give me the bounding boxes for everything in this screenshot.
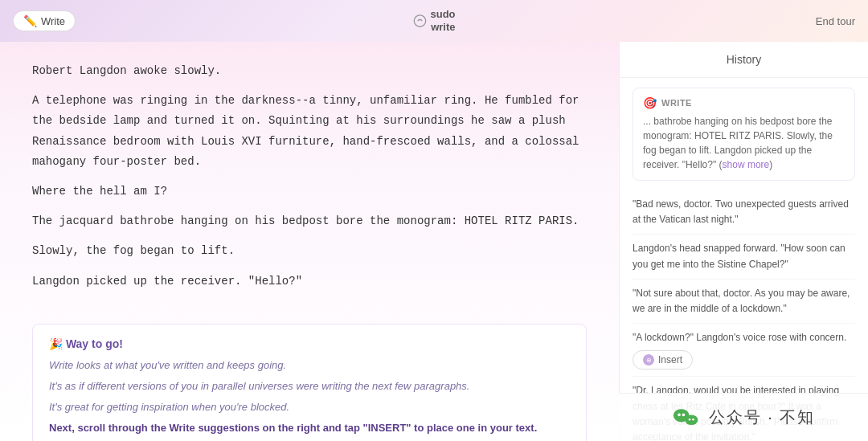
tour-line-2: It's as if different versions of you in … xyxy=(49,378,570,395)
logo-sudo: sudo xyxy=(430,8,455,21)
history-item-3: "A lockdown?" Langdon's voice rose with … xyxy=(633,324,855,377)
story-para-5: Slowly, the fog began to lift. xyxy=(32,241,587,261)
insert-icon-1: ⊕ xyxy=(643,354,654,365)
write-card-emoji: 🎯 xyxy=(643,96,657,109)
story-para-4: The jacquard bathrobe hanging on his bed… xyxy=(32,211,587,231)
story-text: Robert Langdon awoke slowly. A telephone… xyxy=(32,61,587,292)
tour-title: 🎉 Way to go! xyxy=(49,337,570,350)
app-logo: sudo write xyxy=(412,8,455,33)
write-card-text: ... bathrobe hanging on his bedpost bore… xyxy=(643,114,845,172)
story-para-3: Where the hell am I? xyxy=(32,182,587,202)
history-item-1: Langdon's head snapped forward. "How soo… xyxy=(633,235,855,279)
end-tour-button[interactable]: End tour xyxy=(816,15,855,27)
history-item-2: "Not sure about that, doctor. As you may… xyxy=(633,280,855,324)
svg-point-0 xyxy=(414,15,425,27)
wechat-icon xyxy=(672,403,701,432)
show-more-link[interactable]: show more xyxy=(723,159,770,170)
history-header: History xyxy=(620,42,868,78)
svg-point-3 xyxy=(682,413,685,416)
left-panel: Robert Langdon awoke slowly. A telephone… xyxy=(0,42,619,441)
main-container: Robert Langdon awoke slowly. A telephone… xyxy=(0,42,868,441)
watermark-text: 公众号 · 不知 xyxy=(709,406,816,428)
write-button-label: Write xyxy=(41,15,65,27)
tour-box: 🎉 Way to go! Write looks at what you've … xyxy=(32,324,587,441)
story-para-2: A telephone was ringing in the darkness-… xyxy=(32,91,587,172)
logo-icon xyxy=(412,14,427,28)
story-para-1: Robert Langdon awoke slowly. xyxy=(32,61,587,81)
svg-point-4 xyxy=(685,414,698,425)
tour-line-1: Write looks at what you've written and k… xyxy=(49,357,570,374)
svg-point-2 xyxy=(678,413,681,416)
app-header: ✏️ Write sudo write End tour xyxy=(0,0,868,42)
history-title: History xyxy=(727,53,762,66)
divider xyxy=(32,301,587,317)
tour-line-3: It's great for getting inspiration when … xyxy=(49,398,570,416)
right-panel: History 🎯 WRITE ... bathrobe hanging on … xyxy=(619,42,868,441)
write-badge: WRITE xyxy=(661,98,692,108)
write-card-header: 🎯 WRITE xyxy=(643,96,845,109)
tour-line-4: Next, scroll through the Write suggestio… xyxy=(49,419,570,437)
pen-icon: ✏️ xyxy=(23,14,37,27)
tour-description: Write looks at what you've written and k… xyxy=(49,357,570,437)
write-button[interactable]: ✏️ Write xyxy=(13,10,76,31)
history-content[interactable]: 🎯 WRITE ... bathrobe hanging on his bedp… xyxy=(620,78,868,441)
story-para-6: Langdon picked up the receiver. "Hello?" xyxy=(32,272,587,292)
logo-write: write xyxy=(430,21,455,34)
history-item-0: "Bad news, doctor. Two unexpected guests… xyxy=(633,190,855,235)
insert-button-1[interactable]: ⊕ Insert xyxy=(633,350,693,370)
svg-point-6 xyxy=(692,418,694,420)
write-card: 🎯 WRITE ... bathrobe hanging on his bedp… xyxy=(633,88,855,181)
wechat-watermark: 公众号 · 不知 xyxy=(619,393,868,441)
svg-point-5 xyxy=(688,418,690,420)
tour-highlight: Next, scroll through the Write suggestio… xyxy=(49,422,537,434)
